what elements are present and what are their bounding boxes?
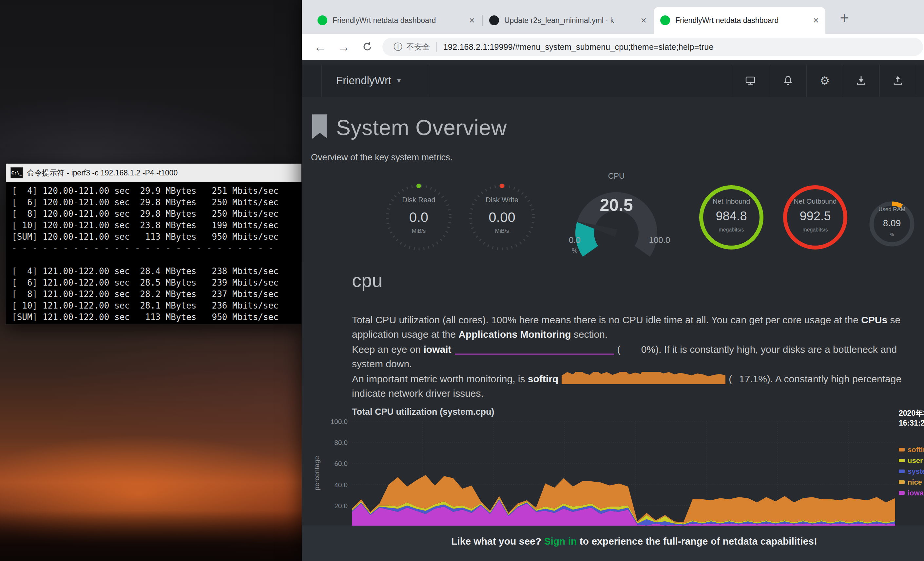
y-tick: 100.0 xyxy=(321,418,348,426)
browser-toolbar: ← → ⓘ 不安全 192.168.2.1:19999/#menu_system… xyxy=(302,34,924,60)
info-icon[interactable]: ⓘ xyxy=(393,41,402,53)
signin-banner: Like what you see? Sign in to experience… xyxy=(302,526,924,561)
applications-monitoring-link[interactable]: Applications Monitoring xyxy=(458,329,571,340)
chevron-down-icon: ▾ xyxy=(397,77,401,85)
legend-item-user[interactable]: user xyxy=(899,455,924,466)
y-tick: 20.0 xyxy=(321,502,348,510)
legend-item-iowait[interactable]: iowait xyxy=(899,487,924,498)
cpu-help-line-1: Total CPU utilization (all cores). 100% … xyxy=(352,313,924,327)
cpu-help-line-6: indicate network driver issues. xyxy=(352,386,924,401)
host-name: FriendlyWrt xyxy=(336,74,391,87)
gear-icon[interactable]: ⚙ xyxy=(806,65,843,97)
gauge-net-inbound[interactable]: Net Inbound 984.8 megabits/s xyxy=(697,183,766,252)
cpus-link[interactable]: CPUs xyxy=(861,314,887,325)
iowait-value: 0 xyxy=(621,342,647,357)
sign-in-link[interactable]: Sign in xyxy=(544,536,577,547)
tab-close-icon[interactable]: × xyxy=(640,15,646,25)
bell-icon[interactable] xyxy=(770,65,806,97)
legend-label: softirq xyxy=(908,445,924,454)
monitor-icon[interactable] xyxy=(732,65,769,97)
desktop: C:\_ 命令提示符 - iperf3 -c 192.168.1.2 -P4 -… xyxy=(0,0,924,561)
reload-icon[interactable] xyxy=(358,38,376,56)
tab-bar: FriendlyWrt netdata dashboard × Update r… xyxy=(302,0,924,34)
cmd-icon: C:\_ xyxy=(10,167,23,178)
disk-read-dot xyxy=(417,183,421,188)
legend-swatch xyxy=(899,480,904,484)
browser-window: FriendlyWrt netdata dashboard × Update r… xyxy=(302,0,924,561)
address-bar[interactable]: ⓘ 不安全 192.168.2.1:19999/#menu_system_sub… xyxy=(382,38,923,56)
iowait-sparkline[interactable] xyxy=(455,344,614,355)
softirq-sparkline[interactable] xyxy=(562,372,726,384)
gauge-net-outbound[interactable]: Net Outbound 992.5 megabits/s xyxy=(781,183,850,252)
chart-time: 16:31:2 xyxy=(899,419,924,427)
security-label: 不安全 xyxy=(406,42,430,52)
terminal-output[interactable]: [ 4] 120.00-121.00 sec 29.9 MBytes 251 M… xyxy=(6,182,302,324)
page-subtitle: Overview of the key system metrics. xyxy=(311,152,453,162)
disk-write-dot xyxy=(500,183,504,188)
chart-legend: softirqusersystemniceiowait xyxy=(899,444,924,498)
y-tick: 80.0 xyxy=(321,439,348,447)
github-favicon xyxy=(489,15,499,25)
netdata-page: FriendlyWrt ▾ xyxy=(302,60,924,561)
y-axis-label: percentage xyxy=(313,434,321,513)
url-divider xyxy=(436,42,437,52)
legend-swatch xyxy=(899,448,904,451)
new-tab-button[interactable]: + xyxy=(834,9,854,27)
cpu-help-line-4: system down. xyxy=(352,356,924,371)
gauge-used-ram[interactable]: Used RAM 8.09 % xyxy=(866,198,918,250)
tab-title: FriendlyWrt netdata dashboard xyxy=(675,16,808,25)
tab-netdata-1[interactable]: FriendlyWrt netdata dashboard × xyxy=(311,7,482,34)
y-tick: 40.0 xyxy=(321,481,348,489)
gauge-max: 100.0 xyxy=(643,235,676,245)
export-icon[interactable] xyxy=(879,65,916,97)
softirq-value: 17.1 xyxy=(732,371,758,386)
signin-text: Like what you see? Sign in to experience… xyxy=(302,526,924,547)
import-icon[interactable] xyxy=(843,65,879,97)
tab-title: FriendlyWrt netdata dashboard xyxy=(333,16,464,25)
cpu-help-line-3: Keep an eye on iowait(0%). If it is cons… xyxy=(352,342,924,357)
reload-glyph xyxy=(362,41,373,53)
legend-label: system xyxy=(908,467,924,476)
host-dropdown[interactable]: FriendlyWrt ▾ xyxy=(322,65,401,97)
terminal-titlebar[interactable]: C:\_ 命令提示符 - iperf3 -c 192.168.1.2 -P4 -… xyxy=(6,164,302,182)
tab-github[interactable]: Update r2s_lean_minimal.yml · k × xyxy=(483,7,653,34)
forward-icon[interactable]: → xyxy=(334,38,353,56)
legend-swatch xyxy=(899,491,904,495)
legend-label: user xyxy=(908,456,923,465)
legend-item-nice[interactable]: nice xyxy=(899,477,924,487)
legend-swatch xyxy=(899,469,904,473)
y-tick: 60.0 xyxy=(321,460,348,468)
gauge-min: 0.0 xyxy=(560,235,590,245)
tab-netdata-2[interactable]: FriendlyWrt netdata dashboard × xyxy=(654,7,825,34)
chart-date: 2020年3 xyxy=(899,408,924,418)
terminal-window: C:\_ 命令提示符 - iperf3 -c 192.168.1.2 -P4 -… xyxy=(6,164,302,324)
url-text: 192.168.2.1:19999/#menu_system_submenu_c… xyxy=(443,42,713,52)
tab-close-icon[interactable]: × xyxy=(469,15,475,25)
cpu-utilization-chart[interactable] xyxy=(352,421,895,526)
cpu-help-line-5: An important metric worth monitoring, is… xyxy=(352,371,924,386)
bookmark-icon xyxy=(311,114,328,142)
chart-title: Total CPU utilization (system.cpu) xyxy=(352,407,495,417)
cpu-help-line-2: application usage at the Applications Mo… xyxy=(352,327,924,341)
section-heading: cpu xyxy=(352,269,383,291)
back-icon[interactable]: ← xyxy=(311,38,329,56)
netdata-favicon xyxy=(318,15,327,25)
legend-label: iowait xyxy=(908,489,924,497)
tab-close-icon[interactable]: × xyxy=(813,15,819,25)
legend-label: nice xyxy=(908,478,922,487)
terminal-title: 命令提示符 - iperf3 -c 192.168.1.2 -P4 -t1000 xyxy=(27,168,178,178)
page-title: System Overview xyxy=(336,115,507,140)
gauge-disk-read[interactable]: Disk Read 0.0 MiB/s xyxy=(383,181,455,253)
legend-item-system[interactable]: system xyxy=(899,466,924,477)
tab-title: Update r2s_lean_minimal.yml · k xyxy=(504,16,636,25)
netdata-favicon xyxy=(660,15,670,25)
netdata-navbar: FriendlyWrt ▾ xyxy=(302,65,924,97)
gauge-cpu[interactable]: CPU 20.5 0.0 100.0 % xyxy=(554,171,679,270)
legend-item-softirq[interactable]: softirq xyxy=(899,444,924,455)
gauge-disk-write[interactable]: Disk Write 0.00 MiB/s xyxy=(466,181,538,253)
legend-swatch xyxy=(899,459,904,462)
